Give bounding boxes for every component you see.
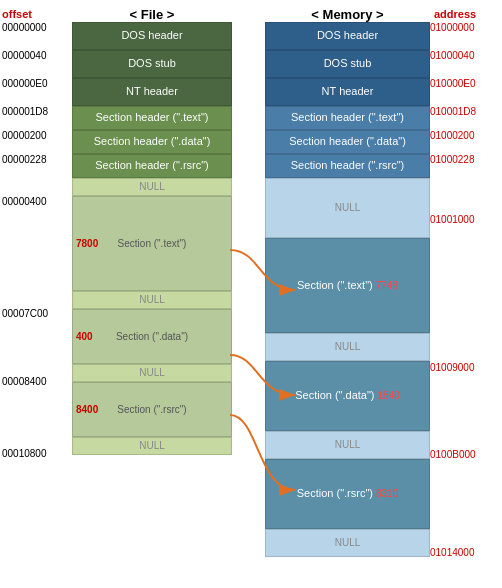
addr-9: 01014000 — [430, 547, 475, 558]
addr-8: 0100B000 — [430, 449, 476, 460]
file-data-size: 400 — [76, 331, 93, 343]
memory-header: < Memory > — [311, 0, 383, 22]
addr-4: 01000200 — [430, 130, 475, 141]
addr-6: 01001000 — [430, 214, 475, 225]
file-nt-header: NT header — [72, 78, 232, 106]
file-null-2: NULL — [72, 291, 232, 309]
file-section-header-data: Section header (".data") — [72, 130, 232, 154]
file-null-3: NULL — [72, 364, 232, 382]
addr-0: 01000000 — [430, 22, 475, 33]
memory-section-rsrc: Section (".rsrc") 8310 — [265, 459, 430, 529]
offset-2: 000000E0 — [2, 78, 48, 89]
addr-7: 01009000 — [430, 362, 475, 373]
memory-null-3: NULL — [265, 431, 430, 459]
memory-section-header-data: Section header (".data") — [265, 130, 430, 154]
offset-6: 00000400 — [2, 196, 47, 207]
addr-2: 010000E0 — [430, 78, 476, 89]
memory-section-header-rsrc: Section header (".rsrc") — [265, 154, 430, 178]
file-dos-stub: DOS stub — [72, 50, 232, 78]
file-null-1: NULL — [72, 178, 232, 196]
memory-null-1: NULL — [265, 178, 430, 238]
offset-1: 00000040 — [2, 50, 47, 61]
file-text-size: 7800 — [76, 238, 98, 250]
offset-3: 000001D8 — [2, 106, 48, 117]
addr-1: 01000040 — [430, 50, 475, 61]
memory-dos-stub: DOS stub — [265, 50, 430, 78]
file-rsrc-size: 8400 — [76, 404, 98, 416]
memory-null-2: NULL — [265, 333, 430, 361]
offset-9: 00010800 — [2, 448, 47, 459]
offset-header: offset — [2, 0, 32, 22]
file-dos-header: DOS header — [72, 22, 232, 50]
memory-dos-header: DOS header — [265, 22, 430, 50]
file-section-text: 7800 Section (".text") — [72, 196, 232, 291]
addr-5: 01000228 — [430, 154, 475, 165]
offset-7: 00007C00 — [2, 308, 48, 319]
file-section-data: 400 Section (".data") — [72, 309, 232, 364]
address-header: address — [434, 0, 476, 22]
memory-section-data: Section (".data") 1840 — [265, 361, 430, 431]
file-section-header-rsrc: Section header (".rsrc") — [72, 154, 232, 178]
memory-data-size: 1840 — [378, 390, 400, 402]
file-section-header-text: Section header (".text") — [72, 106, 232, 130]
memory-rsrc-size: 8310 — [376, 488, 398, 500]
offset-5: 00000228 — [2, 154, 47, 165]
file-section-rsrc: 8400 Section (".rsrc") — [72, 382, 232, 437]
memory-null-4: NULL — [265, 529, 430, 557]
memory-nt-header: NT header — [265, 78, 430, 106]
offset-4: 00000200 — [2, 130, 47, 141]
memory-section-text: Section (".text") 7748 — [265, 238, 430, 333]
offset-0: 00000000 — [2, 22, 47, 33]
addr-3: 010001D8 — [430, 106, 476, 117]
memory-section-header-text: Section header (".text") — [265, 106, 430, 130]
file-header: < File > — [130, 0, 175, 22]
offset-8: 00008400 — [2, 376, 47, 387]
file-null-4: NULL — [72, 437, 232, 455]
memory-text-size: 7748 — [376, 280, 398, 292]
